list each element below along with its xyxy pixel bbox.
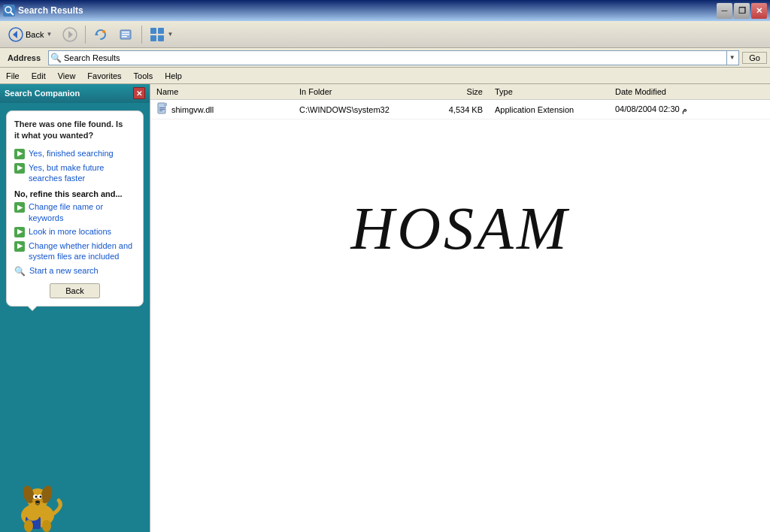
toolbar: Back ▼	[0, 21, 770, 48]
toolbar-separator-2	[141, 26, 142, 44]
speech-bubble: There was one file found. Is it what you…	[6, 110, 144, 307]
back-btn-panel: Back	[14, 283, 135, 298]
svg-rect-35	[164, 103, 167, 106]
svg-rect-37	[159, 109, 165, 110]
menu-help[interactable]: Help	[159, 68, 188, 83]
svg-rect-38	[159, 110, 162, 111]
menu-edit[interactable]: Edit	[26, 68, 52, 83]
svg-point-0	[5, 7, 11, 13]
back-icon	[8, 27, 23, 42]
col-header-type[interactable]: Type	[489, 86, 609, 98]
option-yes-faster[interactable]: ▶ Yes, but make future searches faster	[14, 162, 135, 184]
svg-point-25	[40, 496, 42, 498]
address-input-wrapper: 🔍 ▼	[48, 50, 739, 65]
svg-marker-3	[13, 31, 17, 38]
back-dropdown-icon[interactable]: ▼	[46, 31, 52, 38]
file-name: shimgvw.dll	[171, 105, 214, 114]
refresh-button[interactable]	[88, 24, 114, 45]
search-panel: Search Companion ✕ There was one file fo…	[0, 84, 150, 532]
results-header: Name In Folder Size Type Date Modified	[150, 84, 770, 100]
address-icon: 🔍	[50, 53, 62, 63]
svg-rect-14	[150, 35, 156, 41]
file-icon	[156, 102, 168, 116]
svg-rect-12	[150, 28, 156, 34]
svg-point-7	[102, 30, 105, 33]
panel-close-button[interactable]: ✕	[133, 87, 145, 99]
views-button[interactable]: ▼	[144, 24, 178, 45]
dog-mascot	[8, 472, 68, 532]
window-controls: ─ ❒ ✕	[717, 3, 767, 19]
svg-line-1	[11, 12, 14, 15]
menu-file[interactable]: File	[0, 68, 26, 83]
back-button[interactable]: Back ▼	[3, 24, 57, 45]
addressbar: Address 🔍 ▼ Go	[0, 48, 770, 68]
forward-icon	[62, 27, 77, 42]
file-folder-cell: C:\WINDOWS\system32	[293, 104, 429, 115]
svg-rect-9	[122, 32, 129, 33]
svg-rect-11	[122, 36, 127, 38]
option-look-more-icon: ▶	[14, 227, 25, 237]
table-row[interactable]: shimgvw.dll C:\WINDOWS\system32 4,534 KB…	[150, 100, 770, 119]
svg-rect-15	[158, 35, 164, 41]
svg-point-30	[27, 513, 39, 521]
file-date-cell: 04/08/2004 02:30 م	[609, 104, 770, 115]
maximize-button[interactable]: ❒	[734, 3, 750, 19]
refine-section-label: No, refine this search and...	[14, 189, 135, 198]
svg-rect-10	[122, 34, 129, 35]
menu-view[interactable]: View	[52, 68, 82, 83]
go-button[interactable]: Go	[742, 52, 767, 64]
search-toolbar-icon	[119, 27, 134, 42]
views-dropdown-icon[interactable]: ▼	[167, 31, 173, 38]
option-change-filename[interactable]: ▶ Change file name or keywords	[14, 201, 135, 223]
toolbar-separator-1	[85, 26, 86, 44]
svg-point-24	[35, 496, 38, 498]
col-header-folder[interactable]: In Folder	[293, 86, 429, 98]
option-change-hidden[interactable]: ▶ Change whether hidden and system files…	[14, 240, 135, 262]
hosam-watermark: HOSAM	[150, 195, 770, 263]
menu-tools[interactable]: Tools	[128, 68, 159, 83]
svg-rect-36	[159, 107, 165, 108]
results-body: shimgvw.dll C:\WINDOWS\system32 4,534 KB…	[150, 100, 770, 532]
minimize-button[interactable]: ─	[717, 3, 732, 19]
views-icon	[150, 27, 165, 42]
file-name-cell: shimgvw.dll	[150, 101, 293, 117]
option-look-more-locations[interactable]: ▶ Look in more locations	[14, 226, 135, 237]
app-icon	[3, 5, 15, 17]
window-title: Search Results	[18, 5, 717, 16]
close-button[interactable]: ✕	[751, 3, 767, 19]
search-button[interactable]	[114, 24, 139, 45]
col-header-name[interactable]: Name	[150, 86, 293, 98]
address-input[interactable]	[64, 53, 724, 62]
panel-back-button[interactable]: Back	[50, 283, 99, 298]
option-change-hidden-icon: ▶	[14, 241, 25, 252]
svg-rect-13	[158, 28, 164, 34]
option-yes-finished-icon: ▶	[14, 149, 25, 159]
menubar: File Edit View Favorites Tools Help	[0, 68, 770, 84]
search-panel-title: Search Companion	[5, 89, 80, 98]
search-panel-header: Search Companion ✕	[0, 84, 150, 103]
forward-button[interactable]	[57, 24, 83, 45]
col-header-date[interactable]: Date Modified	[609, 86, 770, 98]
option-start-new-search[interactable]: 🔍 Start a new search	[14, 265, 135, 278]
svg-point-32	[42, 520, 51, 532]
titlebar: Search Results ─ ❒ ✕	[0, 0, 770, 21]
svg-marker-5	[68, 31, 73, 38]
svg-point-31	[24, 520, 33, 532]
option-yes-finished[interactable]: ▶ Yes, finished searching	[14, 148, 135, 159]
col-header-size[interactable]: Size	[429, 86, 489, 98]
address-label: Address	[3, 53, 45, 62]
magnifier-icon: 🔍	[14, 266, 26, 278]
main-content: Search Companion ✕ There was one file fo…	[0, 84, 770, 532]
svg-point-26	[35, 500, 40, 503]
option-yes-faster-icon: ▶	[14, 163, 25, 174]
refresh-icon	[93, 27, 108, 42]
option-change-filename-icon: ▶	[14, 202, 25, 213]
file-size-cell: 4,534 KB	[429, 104, 489, 115]
bubble-title: There was one file found. Is it what you…	[14, 119, 135, 142]
back-label: Back	[26, 30, 44, 39]
file-type-cell: Application Extension	[489, 104, 609, 115]
results-panel: Name In Folder Size Type Date Modified	[150, 84, 770, 532]
menu-favorites[interactable]: Favorites	[81, 68, 127, 83]
address-dropdown[interactable]: ▼	[726, 51, 737, 65]
